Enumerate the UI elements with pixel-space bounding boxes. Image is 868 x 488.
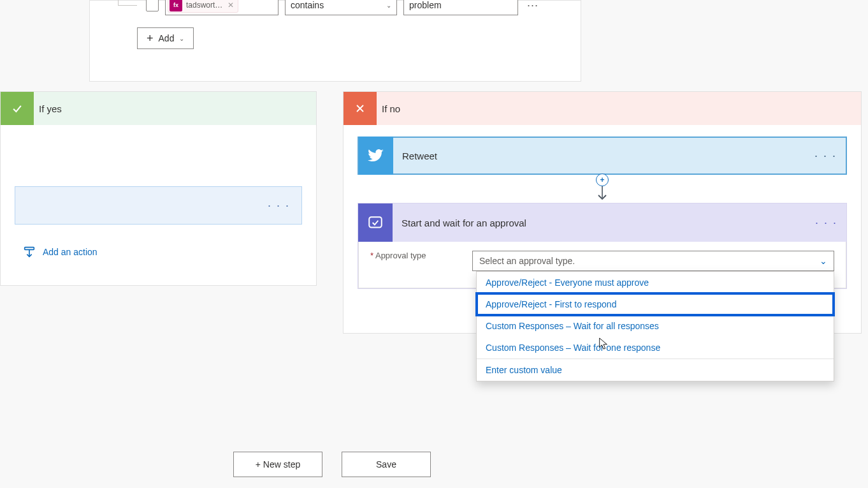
approval-action-card: Start and wait for an approval · · · * A…	[358, 203, 847, 289]
option-custom-one[interactable]: Custom Responses – Wait for one response	[477, 337, 834, 359]
svg-rect-5	[369, 217, 382, 227]
condition-value-field[interactable]: problem	[403, 0, 518, 15]
new-step-button[interactable]: + New step	[233, 452, 322, 477]
condition-checkbox[interactable]	[146, 0, 159, 11]
more-icon[interactable]: · · ·	[268, 199, 290, 212]
footer-buttons: + New step Save	[233, 452, 431, 477]
approval-type-label: * Approval type	[370, 251, 466, 260]
add-label: Add	[159, 33, 175, 43]
chevron-down-icon: ⌄	[179, 35, 184, 42]
chevron-down-icon: ⌄	[820, 256, 827, 266]
approval-type-dropdown: Approve/Reject - Everyone must approve A…	[476, 271, 834, 381]
approval-title: Start and wait for an approval	[401, 218, 526, 228]
connector: +	[358, 174, 847, 204]
yes-action-placeholder[interactable]: · · ·	[15, 186, 302, 225]
pill-remove-icon[interactable]: ✕	[228, 1, 234, 10]
approval-type-placeholder: Select an approval type.	[479, 256, 575, 266]
if-yes-title: If yes	[39, 103, 62, 114]
svg-rect-0	[25, 248, 34, 250]
if-yes-header[interactable]: If yes	[1, 92, 316, 125]
option-first-respond[interactable]: Approve/Reject - First to respond	[477, 293, 834, 315]
insert-action-icon	[22, 245, 36, 259]
row-more-icon[interactable]: ···	[527, 0, 539, 12]
add-action-link[interactable]: Add an action	[22, 245, 302, 259]
condition-left-field[interactable]: fx tadswort… ✕	[165, 0, 278, 15]
approval-body: * Approval type Select an approval type.…	[358, 242, 846, 288]
condition-tree-line	[118, 0, 137, 6]
if-yes-branch: If yes · · · Add an action	[0, 91, 317, 286]
more-icon[interactable]: · · ·	[815, 216, 837, 230]
operator-value: contains	[291, 0, 324, 10]
fx-icon: fx	[170, 0, 182, 11]
approval-type-select[interactable]: Select an approval type. ⌄	[472, 251, 834, 271]
pill-text: tadswort…	[186, 1, 222, 10]
retweet-title: Retweet	[402, 151, 814, 161]
plus-icon: +	[147, 32, 154, 45]
condition-card: fx tadswort… ✕ contains ⌄ problem ··· + …	[89, 0, 581, 82]
option-enter-custom[interactable]: Enter custom value	[477, 359, 834, 381]
option-everyone-approve[interactable]: Approve/Reject - Everyone must approve	[477, 272, 834, 293]
more-icon[interactable]: · · ·	[814, 149, 837, 163]
if-no-branch: If no Retweet · · · +	[343, 91, 862, 334]
if-no-header[interactable]: If no	[344, 92, 861, 125]
approval-icon	[358, 203, 393, 242]
dynamic-content-pill[interactable]: fx tadswort… ✕	[168, 0, 238, 13]
condition-value: problem	[409, 0, 442, 10]
retweet-action-card[interactable]: Retweet · · ·	[358, 137, 847, 175]
condition-operator-select[interactable]: contains ⌄	[285, 0, 397, 15]
arrow-down-icon	[597, 186, 608, 204]
twitter-icon	[359, 137, 393, 175]
if-no-title: If no	[382, 103, 400, 114]
option-custom-all[interactable]: Custom Responses – Wait for all response…	[477, 315, 834, 337]
save-button[interactable]: Save	[342, 452, 431, 477]
required-star: *	[370, 251, 373, 260]
add-action-text: Add an action	[43, 247, 98, 257]
check-icon	[1, 92, 34, 125]
add-condition-button[interactable]: + Add ⌄	[137, 27, 194, 49]
chevron-down-icon: ⌄	[386, 2, 391, 9]
approval-header[interactable]: Start and wait for an approval · · ·	[358, 203, 846, 242]
insert-step-button[interactable]: +	[596, 174, 609, 186]
cross-icon	[344, 92, 377, 125]
